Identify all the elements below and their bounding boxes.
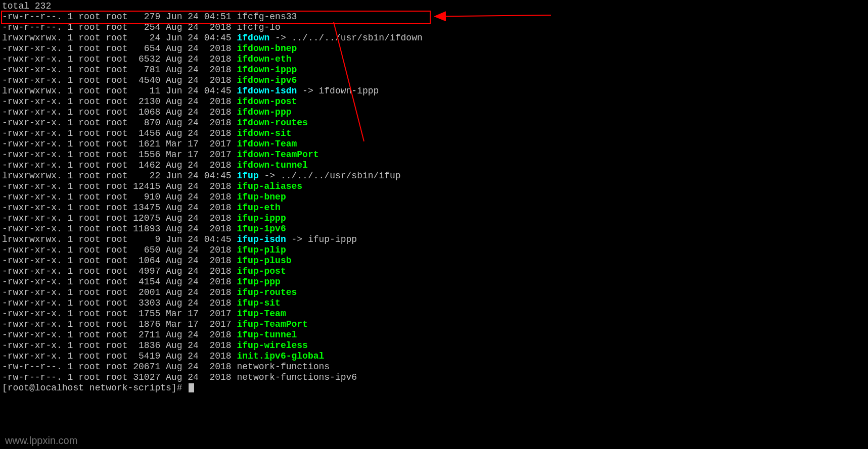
file-row: -rwxr-xr-x. 1 root root 2711 Aug 24 2018… — [2, 330, 866, 340]
file-row: -rw-r--r--. 1 root root 20671 Aug 24 201… — [2, 362, 866, 372]
file-row: -rwxr-xr-x. 1 root root 1556 Mar 17 2017… — [2, 149, 866, 160]
file-row: lrwxrwxrwx. 1 root root 11 Jun 24 04:45 … — [2, 86, 866, 96]
file-row: -rwxr-xr-x. 1 root root 1621 Mar 17 2017… — [2, 139, 866, 149]
file-row: lrwxrwxrwx. 1 root root 24 Jun 24 04:45 … — [2, 33, 866, 43]
file-row: -rwxr-xr-x. 1 root root 12075 Aug 24 201… — [2, 213, 866, 224]
file-row: -rwxr-xr-x. 1 root root 650 Aug 24 2018 … — [2, 245, 866, 256]
file-row: -rwxr-xr-x. 1 root root 781 Aug 24 2018 … — [2, 65, 866, 75]
file-row: -rw-r--r--. 1 root root 279 Jun 24 04:51… — [2, 12, 866, 22]
file-row: -rwxr-xr-x. 1 root root 2001 Aug 24 2018… — [2, 287, 866, 298]
file-row: -rwxr-xr-x. 1 root root 1876 Mar 17 2017… — [2, 319, 866, 330]
file-row: -rwxr-xr-x. 1 root root 4997 Aug 24 2018… — [2, 266, 866, 277]
file-row: -rwxr-xr-x. 1 root root 6532 Aug 24 2018… — [2, 54, 866, 65]
shell-prompt[interactable]: [root@localhost network-scripts]# — [2, 383, 866, 393]
file-row: -rwxr-xr-x. 1 root root 1068 Aug 24 2018… — [2, 107, 866, 118]
file-row: -rwxr-xr-x. 1 root root 4154 Aug 24 2018… — [2, 277, 866, 287]
file-row: -rw-r--r--. 1 root root 31027 Aug 24 201… — [2, 372, 866, 383]
file-row: -rwxr-xr-x. 1 root root 1836 Aug 24 2018… — [2, 340, 866, 351]
watermark: www.lppxin.com — [0, 435, 77, 446]
file-row: -rwxr-xr-x. 1 root root 2130 Aug 24 2018… — [2, 96, 866, 107]
terminal-output[interactable]: total 232-rw-r--r--. 1 root root 279 Jun… — [0, 0, 868, 394]
file-row: -rwxr-xr-x. 1 root root 3303 Aug 24 2018… — [2, 298, 866, 309]
file-row: -rwxr-xr-x. 1 root root 1456 Aug 24 2018… — [2, 128, 866, 139]
file-row: -rw-r--r--. 1 root root 254 Aug 24 2018 … — [2, 22, 866, 33]
file-row: -rwxr-xr-x. 1 root root 654 Aug 24 2018 … — [2, 43, 866, 54]
file-row: -rwxr-xr-x. 1 root root 1064 Aug 24 2018… — [2, 256, 866, 266]
file-row: lrwxrwxrwx. 1 root root 9 Jun 24 04:45 i… — [2, 234, 866, 245]
file-row: lrwxrwxrwx. 1 root root 22 Jun 24 04:45 … — [2, 171, 866, 181]
file-row: -rwxr-xr-x. 1 root root 4540 Aug 24 2018… — [2, 75, 866, 86]
cursor — [189, 383, 194, 392]
file-row: -rwxr-xr-x. 1 root root 12415 Aug 24 201… — [2, 181, 866, 192]
file-row: -rwxr-xr-x. 1 root root 1462 Aug 24 2018… — [2, 160, 866, 171]
file-row: -rwxr-xr-x. 1 root root 13475 Aug 24 201… — [2, 203, 866, 213]
file-row: -rwxr-xr-x. 1 root root 11893 Aug 24 201… — [2, 224, 866, 234]
file-row: -rwxr-xr-x. 1 root root 870 Aug 24 2018 … — [2, 118, 866, 128]
file-row: -rwxr-xr-x. 1 root root 5419 Aug 24 2018… — [2, 351, 866, 362]
total-line: total 232 — [2, 1, 866, 12]
file-row: -rwxr-xr-x. 1 root root 1755 Mar 17 2017… — [2, 309, 866, 319]
file-row: -rwxr-xr-x. 1 root root 910 Aug 24 2018 … — [2, 192, 866, 203]
